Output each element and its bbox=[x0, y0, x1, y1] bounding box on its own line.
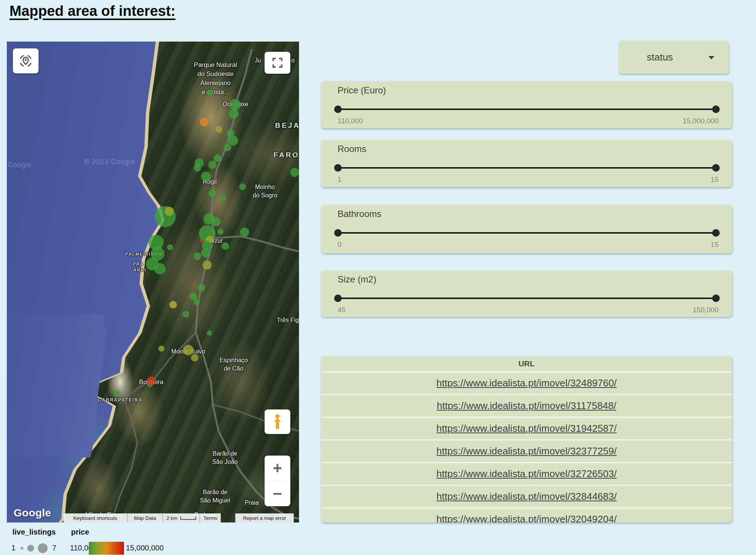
size-slider-panel: Size (m2) 45 150,000 bbox=[321, 270, 732, 317]
color-legend-title: price bbox=[71, 528, 89, 536]
bathrooms-slider-handle-min[interactable] bbox=[334, 229, 342, 237]
price-slider-handle-max[interactable] bbox=[712, 105, 720, 113]
rooms-slider-handle-max[interactable] bbox=[712, 164, 720, 172]
zoom-out-button[interactable]: − bbox=[265, 481, 290, 507]
keyboard-shortcuts-button[interactable]: Keyboard shortcuts bbox=[64, 513, 127, 522]
scale-ruler bbox=[180, 516, 196, 520]
listing-dot[interactable] bbox=[203, 260, 212, 270]
bathrooms-slider-label: Bathrooms bbox=[338, 209, 381, 219]
map-label: ARRI bbox=[133, 268, 147, 272]
rooms-max-value: 15 bbox=[711, 175, 719, 184]
price-slider-label: Price (Euro) bbox=[338, 85, 386, 96]
listing-dot[interactable] bbox=[212, 217, 221, 226]
listing-dot[interactable] bbox=[201, 172, 211, 181]
listing-link[interactable]: https://www.idealista.pt/imovel/32377259… bbox=[437, 445, 617, 457]
size-slider-handle-max[interactable] bbox=[712, 295, 720, 302]
listing-dot[interactable] bbox=[194, 299, 200, 305]
map-label: BEJA bbox=[275, 121, 299, 130]
bathrooms-slider-handle-max[interactable] bbox=[712, 229, 720, 237]
listing-dot[interactable] bbox=[222, 242, 229, 250]
listing-link[interactable]: https://www.idealista.pt/imovel/32726503… bbox=[437, 468, 617, 480]
listing-dot[interactable] bbox=[229, 109, 239, 119]
listing-dot[interactable] bbox=[229, 99, 241, 110]
listing-link[interactable]: https://www.idealista.pt/imovel/32049204… bbox=[437, 513, 617, 522]
listing-dot[interactable] bbox=[217, 229, 223, 235]
locate-pin-button[interactable] bbox=[13, 48, 39, 73]
table-row: https://www.idealista.pt/imovel/31175848… bbox=[321, 394, 732, 417]
size-legend-max: 7 bbox=[52, 544, 56, 552]
rooms-slider-track[interactable] bbox=[338, 167, 716, 169]
size-legend-dot-large bbox=[38, 543, 48, 553]
status-dropdown[interactable]: status bbox=[619, 41, 729, 74]
listing-dot[interactable] bbox=[201, 248, 210, 257]
size-slider-track[interactable] bbox=[338, 298, 716, 299]
page: Mapped area of interest: Google © 2023 G… bbox=[0, 0, 756, 555]
color-legend-max: 15,000,000 bbox=[126, 544, 164, 552]
pegman-icon bbox=[271, 414, 284, 430]
size-slider-handle-min[interactable] bbox=[334, 295, 342, 302]
map-label: Barão de bbox=[213, 450, 237, 457]
map-copyright-watermark: © 2023 Google bbox=[84, 158, 135, 166]
listing-dot[interactable] bbox=[147, 377, 156, 386]
listing-dot[interactable] bbox=[207, 330, 212, 336]
rooms-slider-handle-min[interactable] bbox=[334, 164, 342, 172]
price-min-value: 110,000 bbox=[338, 117, 363, 125]
map-label: São João bbox=[212, 459, 238, 465]
price-slider-panel: Price (Euro) 110,000 15,000,000 bbox=[321, 81, 732, 128]
listing-dot[interactable] bbox=[194, 164, 201, 172]
listing-dot[interactable] bbox=[165, 207, 174, 216]
table-row: https://www.idealista.pt/imovel/32726503… bbox=[321, 462, 732, 485]
listing-link[interactable]: https://www.idealista.pt/imovel/31175848… bbox=[437, 400, 616, 412]
page-title: Mapped area of interest: bbox=[9, 3, 175, 19]
map-label: FARO bbox=[274, 151, 299, 159]
fullscreen-button[interactable] bbox=[265, 52, 290, 74]
bathrooms-max-value: 15 bbox=[711, 240, 719, 249]
map-label: de Cão bbox=[224, 365, 243, 372]
zoom-control: + − bbox=[265, 456, 290, 506]
listing-dot[interactable] bbox=[113, 390, 120, 397]
listing-dot[interactable] bbox=[208, 161, 217, 169]
listing-dot[interactable] bbox=[215, 126, 222, 133]
listing-link[interactable]: https://www.idealista.pt/imovel/32844683… bbox=[437, 491, 617, 502]
size-max-value: 150,000 bbox=[692, 306, 719, 314]
listing-dot[interactable] bbox=[290, 168, 299, 177]
listing-dot[interactable] bbox=[200, 118, 208, 126]
listing-dot[interactable] bbox=[220, 195, 226, 201]
zoom-in-button[interactable]: + bbox=[265, 456, 290, 481]
listing-dot[interactable] bbox=[207, 90, 213, 96]
pin-in-viewfinder-icon bbox=[19, 54, 33, 68]
listing-dot[interactable] bbox=[224, 144, 231, 151]
table-row: https://www.idealista.pt/imovel/32049204… bbox=[321, 507, 732, 522]
listing-dot[interactable] bbox=[169, 301, 177, 309]
report-map-error-link[interactable]: Report a map error bbox=[235, 513, 294, 522]
table-row: https://www.idealista.pt/imovel/32489760… bbox=[321, 371, 732, 394]
map-data-button[interactable]: Map Data bbox=[127, 513, 163, 522]
pegman-button[interactable] bbox=[265, 409, 290, 434]
bathrooms-slider-track[interactable] bbox=[338, 232, 716, 234]
listing-dot[interactable] bbox=[183, 345, 194, 355]
price-max-value: 15,000,000 bbox=[683, 117, 719, 125]
bathrooms-slider-panel: Bathrooms 0 15 bbox=[321, 205, 732, 253]
listing-dot[interactable] bbox=[209, 189, 216, 197]
listing-dot[interactable] bbox=[167, 244, 173, 250]
listing-dot[interactable] bbox=[198, 284, 205, 291]
listing-link[interactable]: https://www.idealista.pt/imovel/31942587… bbox=[437, 423, 617, 434]
rooms-slider-label: Rooms bbox=[338, 144, 366, 154]
map-widget[interactable]: Google © 2023 Google Parque Naturaldo Su… bbox=[7, 42, 299, 522]
listing-dot[interactable] bbox=[154, 263, 166, 274]
listing-link[interactable]: https://www.idealista.pt/imovel/32489760… bbox=[437, 377, 617, 389]
map-label: Alentejano bbox=[200, 79, 231, 87]
listing-dot[interactable] bbox=[194, 253, 201, 260]
listing-dot[interactable] bbox=[191, 354, 198, 361]
map-label: CARRAPATEIRA bbox=[98, 397, 143, 403]
price-slider-track[interactable] bbox=[338, 109, 716, 110]
listing-dot[interactable] bbox=[183, 311, 189, 318]
size-legend-dot-medium bbox=[27, 545, 34, 552]
price-slider-handle-min[interactable] bbox=[334, 105, 342, 113]
map-label: e Costa... bbox=[202, 88, 229, 96]
listing-dot[interactable] bbox=[239, 183, 246, 190]
listing-dot[interactable] bbox=[240, 228, 249, 237]
listing-dot[interactable] bbox=[214, 154, 221, 162]
listing-dot[interactable] bbox=[158, 346, 164, 352]
terms-link[interactable]: Terms bbox=[200, 513, 221, 522]
